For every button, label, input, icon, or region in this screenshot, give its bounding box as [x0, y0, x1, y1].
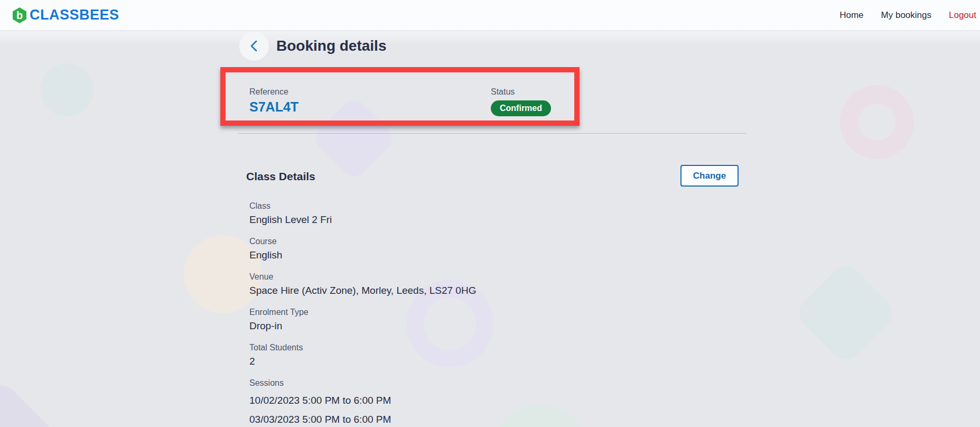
sessions-label: Sessions — [249, 378, 672, 388]
field-sessions: Sessions 10/02/2023 5:00 PM to 6:00 PM 0… — [249, 378, 672, 426]
change-button[interactable]: Change — [680, 165, 739, 187]
field-class: Class English Level 2 Fri — [249, 201, 672, 226]
field-label: Enrolment Type — [249, 308, 672, 317]
class-details-heading: Class Details — [246, 170, 315, 183]
brand-name: CLASSBEES — [30, 7, 119, 23]
field-label: Venue — [249, 272, 672, 282]
reference-value: S7AL4T — [249, 99, 298, 115]
nav-links: Home My bookings Logout — [839, 10, 976, 21]
field-value: English Level 2 Fri — [249, 214, 672, 226]
session-item: 03/03/2023 5:00 PM to 6:00 PM — [249, 413, 672, 426]
field-label: Total Students — [249, 343, 672, 352]
field-label: Course — [249, 237, 672, 246]
session-item: 10/02/2023 5:00 PM to 6:00 PM — [249, 394, 672, 407]
field-enrolment-type: Enrolment Type Drop-in — [249, 308, 672, 332]
chevron-left-icon — [248, 39, 260, 53]
field-value: Drop-in — [249, 320, 672, 332]
class-details-fields: Class English Level 2 Fri Course English… — [249, 201, 672, 427]
field-course: Course English — [249, 237, 672, 262]
nav-item-logout[interactable]: Logout — [949, 10, 976, 21]
main-content: Booking details Reference S7AL4T Status … — [0, 0, 980, 427]
field-value: 2 — [249, 355, 672, 368]
field-label: Class — [249, 201, 672, 211]
brand-logo[interactable]: b CLASSBEES — [12, 7, 119, 24]
navbar: b CLASSBEES Home My bookings Logout — [0, 0, 980, 30]
nav-item-home[interactable]: Home — [839, 10, 863, 21]
page-header: Booking details — [239, 31, 386, 61]
page-title: Booking details — [276, 38, 386, 54]
annotation-highlight-box: Reference S7AL4T Status Confirmed — [220, 67, 580, 126]
svg-text:b: b — [16, 10, 23, 21]
field-value: English — [249, 249, 672, 262]
field-venue: Venue Space Hire (Activ Zone), Morley, L… — [249, 272, 672, 297]
status-block: Status Confirmed — [491, 87, 551, 116]
status-badge: Confirmed — [491, 100, 551, 116]
reference-block: Reference S7AL4T — [249, 87, 298, 115]
classbees-logo-icon: b — [12, 7, 27, 24]
reference-label: Reference — [249, 87, 288, 96]
status-label: Status — [491, 87, 515, 96]
nav-item-my-bookings[interactable]: My bookings — [881, 10, 931, 21]
section-divider — [238, 133, 746, 134]
field-total-students: Total Students 2 — [249, 343, 672, 368]
back-button[interactable] — [239, 31, 269, 61]
field-value: Space Hire (Activ Zone), Morley, Leeds, … — [249, 284, 672, 297]
